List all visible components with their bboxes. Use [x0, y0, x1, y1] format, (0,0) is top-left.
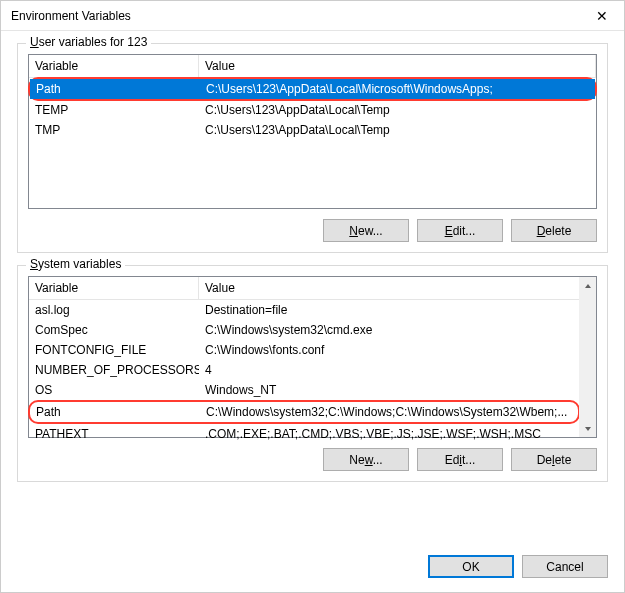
table-row[interactable]: ComSpecC:\Windows\system32\cmd.exe	[29, 320, 579, 340]
cell-variable: FONTCONFIG_FILE	[29, 342, 199, 358]
cell-variable: Path	[30, 404, 200, 420]
scrollbar[interactable]	[579, 277, 596, 437]
cell-variable: TEMP	[29, 102, 199, 118]
cell-value: .COM;.EXE;.BAT;.CMD;.VBS;.VBE;.JS;.JSE;.…	[199, 426, 579, 442]
table-body: asl.logDestination=file ComSpecC:\Window…	[29, 300, 579, 444]
cell-variable: asl.log	[29, 302, 199, 318]
cell-variable: TMP	[29, 122, 199, 138]
cell-value: Destination=file	[199, 302, 579, 318]
cell-value: Windows_NT	[199, 382, 579, 398]
col-value[interactable]: Value	[199, 55, 596, 77]
table-row[interactable]: PathC:\Windows\system32;C:\Windows;C:\Wi…	[30, 402, 578, 422]
chevron-down-icon	[584, 425, 592, 433]
table-row[interactable]: TEMP C:\Users\123\AppData\Local\Temp	[29, 100, 596, 120]
cell-value: C:\Windows\fonts.conf	[199, 342, 579, 358]
system-variables-label: System variables	[26, 257, 125, 271]
table-row[interactable]: TMP C:\Users\123\AppData\Local\Temp	[29, 120, 596, 140]
cell-value: C:\Windows\system32\cmd.exe	[199, 322, 579, 338]
dialog-footer: OK Cancel	[1, 547, 624, 592]
user-variables-group: User variables for 123 Variable Value Pa…	[17, 43, 608, 253]
user-variables-label: User variables for 123	[26, 35, 151, 49]
col-variable[interactable]: Variable	[29, 277, 199, 299]
table-row[interactable]: OSWindows_NT	[29, 380, 579, 400]
chevron-up-icon	[584, 282, 592, 290]
cell-value: 4	[199, 362, 579, 378]
table-row[interactable]: Path C:\Users\123\AppData\Local\Microsof…	[30, 79, 595, 99]
table-body: Path C:\Users\123\AppData\Local\Microsof…	[29, 77, 596, 140]
table-row[interactable]: FONTCONFIG_FILEC:\Windows\fonts.conf	[29, 340, 579, 360]
scroll-up-button[interactable]	[579, 277, 596, 294]
system-variables-table[interactable]: Variable Value asl.logDestination=file C…	[28, 276, 597, 438]
highlight-annotation: Path C:\Users\123\AppData\Local\Microsof…	[28, 77, 597, 101]
system-button-row: New... Edit... Delete	[28, 448, 597, 471]
user-button-row: New... Edit... Delete	[28, 219, 597, 242]
highlight-annotation: PathC:\Windows\system32;C:\Windows;C:\Wi…	[28, 400, 580, 424]
scroll-down-button[interactable]	[579, 420, 596, 437]
close-button[interactable]: ✕	[579, 1, 624, 31]
table-header: Variable Value	[29, 55, 596, 78]
close-icon: ✕	[596, 9, 608, 23]
ok-button[interactable]: OK	[428, 555, 514, 578]
user-new-button[interactable]: New...	[323, 219, 409, 242]
cell-variable: Path	[30, 81, 200, 97]
table-row[interactable]: NUMBER_OF_PROCESSORS4	[29, 360, 579, 380]
system-delete-button[interactable]: Delete	[511, 448, 597, 471]
cell-variable: NUMBER_OF_PROCESSORS	[29, 362, 199, 378]
cell-value: C:\Users\123\AppData\Local\Temp	[199, 102, 596, 118]
table-row[interactable]: asl.logDestination=file	[29, 300, 579, 320]
titlebar: Environment Variables ✕	[1, 1, 624, 31]
cell-variable: PATHEXT	[29, 426, 199, 442]
system-new-button[interactable]: New...	[323, 448, 409, 471]
dialog-title: Environment Variables	[11, 9, 131, 23]
cancel-button[interactable]: Cancel	[522, 555, 608, 578]
dialog-content: User variables for 123 Variable Value Pa…	[1, 31, 624, 547]
table-row[interactable]: PATHEXT.COM;.EXE;.BAT;.CMD;.VBS;.VBE;.JS…	[29, 424, 579, 444]
cell-variable: OS	[29, 382, 199, 398]
system-edit-button[interactable]: Edit...	[417, 448, 503, 471]
cell-value: C:\Users\123\AppData\Local\Temp	[199, 122, 596, 138]
col-value[interactable]: Value	[199, 277, 579, 299]
cell-value: C:\Users\123\AppData\Local\Microsoft\Win…	[200, 81, 595, 97]
table-header: Variable Value	[29, 277, 579, 300]
scroll-track[interactable]	[579, 294, 596, 420]
user-variables-table[interactable]: Variable Value Path C:\Users\123\AppData…	[28, 54, 597, 209]
cell-value: C:\Windows\system32;C:\Windows;C:\Window…	[200, 404, 578, 420]
env-vars-dialog: Environment Variables ✕ User variables f…	[0, 0, 625, 593]
user-delete-button[interactable]: Delete	[511, 219, 597, 242]
system-variables-group: System variables Variable Value asl.logD…	[17, 265, 608, 482]
user-edit-button[interactable]: Edit...	[417, 219, 503, 242]
col-variable[interactable]: Variable	[29, 55, 199, 77]
cell-variable: ComSpec	[29, 322, 199, 338]
